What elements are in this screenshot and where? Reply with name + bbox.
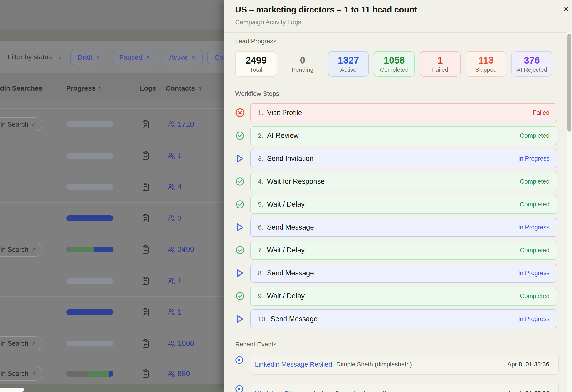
workflow-step-card[interactable]: 2. AI Review Completed — [250, 126, 557, 145]
step-status-badge: Completed — [520, 293, 550, 300]
logs-button[interactable] — [142, 182, 149, 192]
workflow-step-card[interactable]: 7. Wait / Delay Completed — [250, 241, 557, 260]
stat-label: Pending — [292, 67, 313, 73]
stat-value: 1327 — [338, 56, 359, 65]
contacts-count: 1 — [177, 308, 182, 317]
stat-value: 376 — [524, 56, 540, 65]
completed-circle-check-icon — [235, 177, 244, 186]
contacts-link[interactable]: 3 — [167, 214, 182, 223]
workflow-step: 10. Send Message In Progress — [235, 309, 557, 329]
table-row: edIn Search ↗ 1710 — [0, 108, 223, 140]
logs-button[interactable] — [142, 151, 149, 160]
logs-button[interactable] — [142, 308, 149, 317]
workflow-step-card[interactable]: 6. Send Message In Progress — [250, 218, 557, 237]
step-number: 8. — [258, 270, 263, 277]
progress-segment-empty — [66, 184, 113, 190]
linkedin-search-link[interactable]: edIn Search ↗ — [0, 242, 42, 256]
completed-circle-check-icon — [235, 200, 244, 209]
stat-card-completed: 1058 Completed — [374, 51, 415, 77]
step-title: AI Review — [267, 132, 299, 140]
chip-remove-icon[interactable]: × — [146, 53, 150, 61]
stat-label: AI Rejected — [517, 67, 547, 73]
table-row: 1 — [0, 265, 223, 296]
contacts-link[interactable]: 1000 — [167, 339, 194, 348]
progress-bar — [66, 309, 113, 315]
panel-header-divider — [223, 32, 567, 33]
workflow-step-card[interactable]: 5. Wait / Delay Completed — [250, 195, 557, 214]
filter-chip[interactable]: Active × — [162, 50, 203, 65]
sort-icon[interactable]: ↑↓ — [197, 85, 202, 92]
sort-icon[interactable]: ↑↓ — [56, 53, 62, 61]
logs-button[interactable] — [142, 276, 149, 285]
event-title-link[interactable]: Linkedin Message Replied — [255, 361, 332, 368]
sort-icon[interactable]: ↑↓ — [98, 85, 103, 92]
workflow-step-card[interactable]: 8. Send Message In Progress — [250, 264, 557, 283]
contacts-count: 1 — [177, 151, 182, 160]
logs-button[interactable] — [142, 214, 149, 223]
external-link-icon: ↗ — [31, 370, 36, 377]
stat-card-total: 2499 Total — [235, 51, 277, 77]
chip-remove-icon[interactable]: × — [191, 53, 195, 61]
stat-label: Total — [250, 67, 262, 73]
logs-button[interactable] — [142, 339, 149, 348]
event-actor: Andrew Conta (andrew_c4) — [312, 390, 387, 392]
workflow-step-card[interactable]: 10. Send Message In Progress — [250, 309, 557, 329]
event-title-link[interactable]: Workflow Cleanup — [255, 390, 308, 392]
workflow-step-card[interactable]: 1. Visit Profile Failed — [250, 103, 557, 122]
event-timestamp: Apr 8, 01:33:36 — [507, 361, 549, 368]
users-icon — [167, 214, 175, 222]
step-number: 6. — [258, 224, 263, 231]
external-link-icon: ↗ — [31, 246, 36, 253]
linkedin-search-link[interactable]: edIn Search ↗ — [0, 336, 42, 350]
contacts-link[interactable]: 1 — [167, 276, 182, 285]
completed-circle-check-icon — [235, 291, 244, 301]
in-progress-play-icon — [236, 314, 244, 324]
contacts-link[interactable]: 880 — [167, 369, 190, 378]
users-icon — [167, 370, 175, 377]
contacts-link[interactable]: 1 — [167, 151, 182, 160]
contacts-link[interactable]: 1 — [167, 308, 182, 317]
event-card[interactable]: Linkedin Message Replied Dimple Sheth (d… — [250, 354, 559, 375]
filter-chip[interactable]: Draft × — [70, 50, 107, 65]
column-header-progress[interactable]: Progress ↑↓ — [66, 78, 103, 98]
logs-button[interactable] — [142, 245, 149, 254]
logs-button[interactable] — [142, 369, 149, 378]
panel-title: US – marketing directors – 1 to 11 head … — [235, 5, 417, 15]
progress-segment-gray — [66, 371, 88, 377]
event-card[interactable]: Workflow Cleanup Andrew Conta (andrew_c4… — [250, 383, 559, 392]
table-row: edIn Search ↗ 880 — [0, 359, 223, 388]
users-icon — [167, 183, 175, 191]
contacts-link[interactable]: 2499 — [167, 245, 194, 254]
contacts-count: 1710 — [177, 120, 194, 129]
progress-bar — [66, 341, 113, 347]
step-title: Wait / Delay — [267, 200, 305, 209]
filter-by-status-label: Filter by status ↑↓ — [7, 41, 62, 73]
panel-scrollbar-thumb[interactable] — [568, 34, 571, 132]
step-number: 10. — [258, 315, 267, 323]
contacts-link[interactable]: 4 — [167, 183, 182, 191]
workflow-step: 4. Wait for Response Completed — [235, 172, 557, 191]
stat-value: 2499 — [246, 56, 267, 65]
close-icon[interactable]: ✕ — [561, 4, 571, 14]
filter-chip[interactable]: Paused × — [112, 50, 157, 65]
workflow-step-card[interactable]: 4. Wait for Response Completed — [250, 172, 557, 191]
column-label: dIn Searches — [0, 84, 42, 92]
horizontal-scrollbar-thumb[interactable] — [0, 388, 24, 392]
workflow-step: 8. Send Message In Progress — [235, 264, 557, 283]
workflow-step: 7. Wait / Delay Completed — [235, 241, 557, 260]
contacts-count: 1 — [177, 276, 182, 285]
progress-segment-empty — [66, 341, 113, 347]
recent-events-divider — [223, 334, 567, 334]
step-number: 1. — [258, 109, 263, 117]
contacts-link[interactable]: 1710 — [167, 120, 194, 129]
step-status-icon — [235, 222, 245, 232]
linkedin-search-link[interactable]: edIn Search ↗ — [0, 367, 42, 381]
logs-button[interactable] — [142, 120, 149, 129]
chip-remove-icon[interactable]: × — [96, 53, 100, 61]
column-header-contacts[interactable]: Contacts ↑↓ — [166, 78, 202, 98]
linkedin-search-link[interactable]: edIn Search ↗ — [0, 117, 42, 131]
workflow-step-card[interactable]: 3. Send Invitation In Progress — [250, 149, 557, 168]
table-row: 1 — [0, 296, 223, 328]
workflow-steps-heading: Workflow Steps — [235, 90, 279, 97]
workflow-step-card[interactable]: 9. Wait / Delay Completed — [250, 286, 557, 306]
